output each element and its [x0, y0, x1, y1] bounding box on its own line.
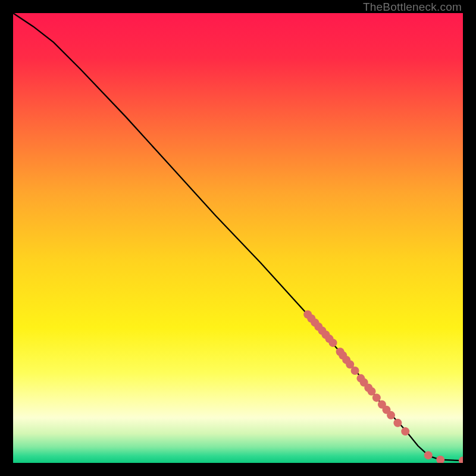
- data-marker: [372, 393, 381, 402]
- data-marker: [424, 451, 433, 459]
- data-marker: [393, 419, 402, 427]
- data-marker: [329, 339, 337, 347]
- data-marker: [351, 367, 359, 375]
- data-marker: [401, 427, 409, 436]
- plot-background: [13, 13, 463, 463]
- chart-canvas: [13, 13, 463, 463]
- data-marker: [387, 411, 395, 419]
- attribution-label: TheBottleneck.com: [363, 1, 462, 14]
